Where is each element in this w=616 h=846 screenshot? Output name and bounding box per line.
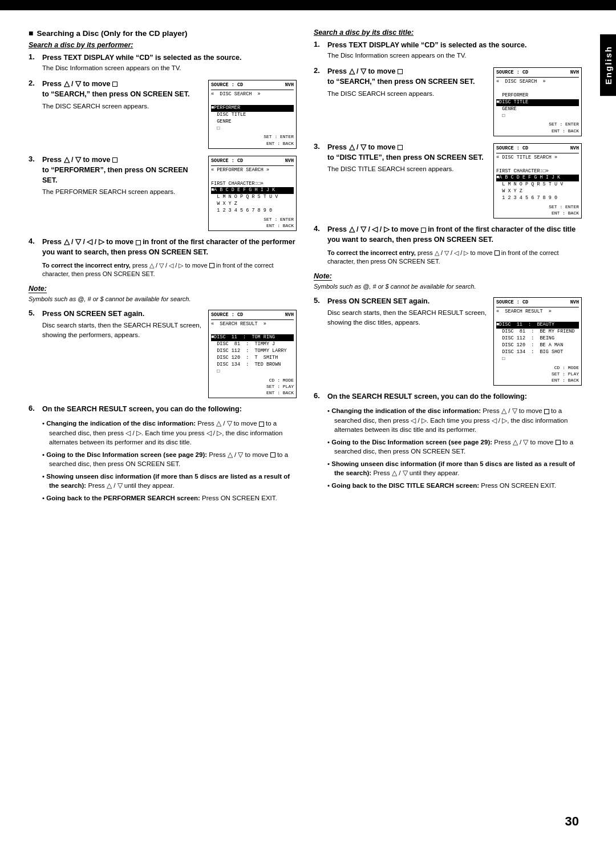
right-step-5: 5. Press ON SCREEN SET again. Disc searc… (314, 296, 582, 386)
bullet-3-left: Showing unseen disc information (if more… (42, 472, 297, 490)
left-step-3: 3. Press △ / ▽ to move to “PERFORMER”, t… (29, 155, 297, 232)
page-number: 30 (565, 814, 579, 829)
right-step-number-5: 5. (314, 296, 323, 386)
right-step-6: 6. On the SEARCH RESULT screen, you can … (314, 391, 582, 493)
right-step-2: 2. Press △ / ▽ to move to “SEARCH,” then… (314, 66, 582, 136)
step-number-1: 1. (29, 52, 38, 73)
section-heading-left: Searching a Disc (Only for the CD player… (29, 29, 297, 38)
left-step-2: 2. Press △ / ▽ to move to “SEARCH,” then… (29, 79, 297, 149)
sub-heading-left: Search a disc by its performer: (29, 41, 297, 49)
bullet-2-right: Going to the Disc Information screen (se… (327, 438, 582, 456)
note-right: Note: Symbols such as @, # or $ cannot b… (314, 272, 582, 291)
screen-performer-search: SOURCE : CD NVH « PERFORMER SEARCH » FIR… (208, 156, 297, 232)
left-step-1: 1. Press TEXT DISPLAY while “CD” is sele… (29, 52, 297, 73)
step-number-5: 5. (29, 309, 38, 399)
screen-disc-search-right: SOURCE : CD NVH « DISC SEARCH » PERFORME… (493, 67, 582, 136)
step-number-3: 3. (29, 155, 38, 232)
left-step-5: 5. Press ON SCREEN SET again. Disc searc… (29, 309, 297, 399)
screen-search-result-left: SOURCE : CD NVH « SEARCH RESULT » ■DISC … (208, 310, 297, 399)
note-left: Note: Symbols such as @, # or $ cannot b… (29, 284, 297, 303)
screen-search-result-right: SOURCE : CD NVH « SEARCH RESULT » ■DISC … (493, 297, 582, 386)
step-number-6: 6. (29, 404, 38, 506)
bullet-3-right: Showing unseen disc information (if more… (327, 459, 582, 477)
bullet-1-right: Changing the indication of the disc info… (327, 406, 582, 434)
right-step-3: 3. Press △ / ▽ to move to “DISC TITLE”, … (314, 142, 582, 219)
right-step-number-2: 2. (314, 66, 323, 136)
right-step-1: 1. Press TEXT DISPLAY while “CD” is sele… (314, 40, 582, 60)
right-step-number-3: 3. (314, 142, 323, 219)
step-number-4: 4. (29, 237, 38, 278)
left-column: Searching a Disc (Only for the CD player… (29, 29, 297, 512)
screen-disc-title-search: SOURCE : CD NVH « DISC TITLE SEARCH » FI… (493, 143, 582, 219)
right-step-4: 4. Press △ / ▽ / ◁ / ▷ to move in front … (314, 224, 582, 266)
bullet-4-left: Going back to the PERFORMER SEARCH scree… (42, 493, 297, 503)
left-step-4: 4. Press △ / ▽ / ◁ / ▷ to move in front … (29, 237, 297, 278)
left-step-6: 6. On the SEARCH RESULT screen, you can … (29, 404, 297, 506)
bullet-4-right: Going back to the DISC TITLE SEARCH scre… (327, 481, 582, 490)
right-step-number-4: 4. (314, 224, 323, 266)
step-number-2: 2. (29, 79, 38, 149)
right-step-number-6: 6. (314, 391, 323, 493)
screen-disc-search-left: SOURCE : CD NVH « DISC SEARCH » ■PERFORM… (208, 80, 297, 149)
right-step-number-1: 1. (314, 40, 323, 60)
sub-heading-right: Search a disc by its disc title: (314, 29, 582, 37)
bullet-1-left: Changing the indication of the disc info… (42, 419, 297, 446)
bullet-2-left: Going to the Disc Information screen (se… (42, 450, 297, 468)
right-column: Search a disc by its disc title: 1. Pres… (314, 29, 582, 512)
